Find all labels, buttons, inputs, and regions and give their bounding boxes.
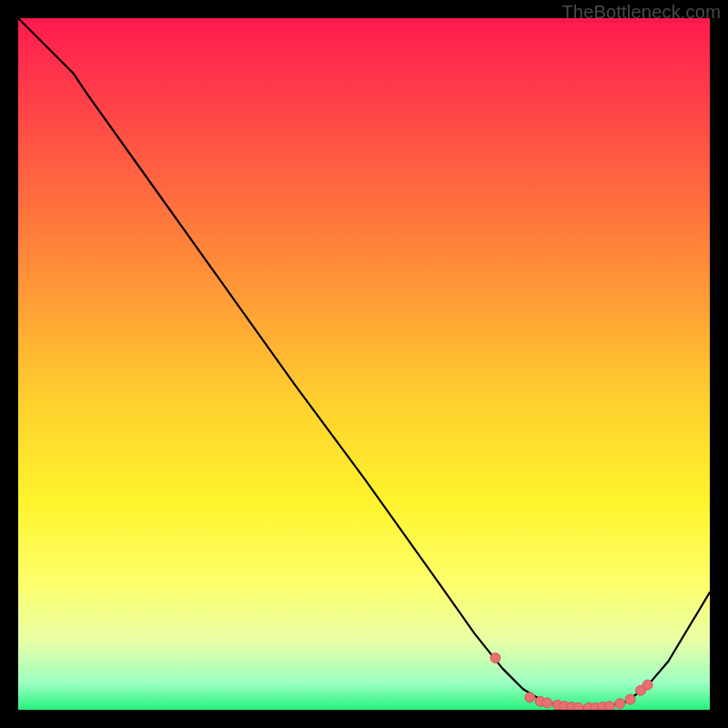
chart-gradient-background (18, 18, 710, 710)
chart-plot (18, 18, 710, 710)
chart-stage: TheBottleneck.com (0, 0, 728, 728)
watermark-text: TheBottleneck.com (561, 2, 721, 23)
